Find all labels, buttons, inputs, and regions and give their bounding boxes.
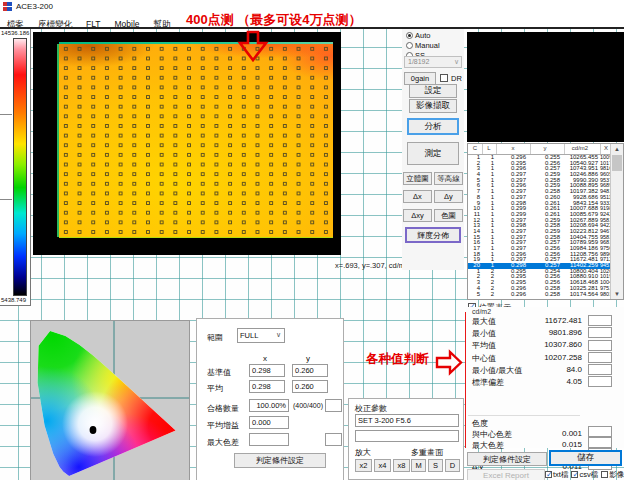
maxdiff-mini-field[interactable]: [325, 433, 342, 446]
average-gain-field[interactable]: 0.000: [249, 416, 289, 429]
measurement-point-grid: [59, 44, 333, 237]
window-title: ACE3-200: [16, 2, 53, 11]
delta-x-button[interactable]: Δx: [403, 190, 432, 203]
table-row[interactable]: 520.2960.25810174.5649801: [468, 292, 611, 298]
radio-circle[interactable]: [406, 42, 413, 49]
checkbox-label: 影像檔: [609, 470, 624, 479]
header-divider: [564, 144, 565, 154]
stat-field[interactable]: [588, 352, 612, 363]
delta-y-button[interactable]: Δy: [434, 190, 463, 203]
radio-label: Auto: [415, 31, 430, 40]
stat-field[interactable]: [588, 376, 612, 387]
table-cell: 0.258: [530, 292, 560, 298]
stat-field[interactable]: [588, 364, 612, 375]
zoom-button-x8[interactable]: x8: [393, 459, 410, 472]
range-label: 範圍: [207, 332, 223, 343]
checkbox-box[interactable]: [571, 471, 578, 478]
stat-field[interactable]: [588, 426, 612, 437]
header-divider: [482, 144, 483, 154]
stat-value: 84.0: [472, 365, 582, 374]
judgment-condition-button-mid[interactable]: 判定條件設定: [234, 453, 326, 468]
dr-checkbox[interactable]: DR: [440, 74, 462, 83]
zoom-label: 放大: [355, 447, 371, 458]
table-scrollbar[interactable]: ▲ ▼: [610, 144, 623, 299]
checkbox-label: csv檔: [579, 470, 598, 479]
stat-field[interactable]: [588, 315, 612, 326]
chroma-section-header: 色度: [472, 418, 488, 429]
dr-checkbox-box[interactable]: [440, 74, 448, 82]
checkbox-box[interactable]: [545, 471, 552, 478]
average-gain-label: 平均增益: [207, 420, 239, 431]
colorbar-tick: [0, 114, 12, 115]
scroll-down-icon[interactable]: ▼: [611, 289, 623, 299]
table-cell: 2: [482, 292, 494, 298]
header-divider: [600, 144, 601, 154]
table-header-y: y: [533, 145, 557, 151]
settings-button[interactable]: 設定: [409, 84, 457, 98]
scroll-up-icon[interactable]: ▲: [611, 144, 623, 154]
save-button[interactable]: 儲存: [549, 450, 622, 466]
table-cell: 10174.564: [562, 292, 598, 298]
camera-preview: [467, 32, 624, 142]
reference-x-field[interactable]: 0.298: [249, 364, 285, 377]
contour-button[interactable]: 等高線: [434, 172, 463, 185]
calibration-param-field-2[interactable]: [355, 430, 459, 442]
radio-manual[interactable]: Manual: [406, 41, 440, 50]
stereo-map-button[interactable]: 立體圖: [403, 172, 432, 185]
radio-label: Manual: [415, 41, 440, 50]
table-header-L: L: [477, 145, 501, 151]
average-x-field[interactable]: 0.298: [249, 380, 285, 393]
scrollbar-thumb[interactable]: [612, 155, 622, 171]
calibration-panel: 校正參數 SET 3-200 F5.6 放大 多重畫面 x2x4x8 MSD: [348, 398, 464, 480]
max-color-diff-field[interactable]: [249, 433, 289, 446]
delta-xy-button[interactable]: Δxy: [403, 209, 432, 222]
statistics-panel: cd/m2 最大值11672.481最小值9801.896平均值10307.86…: [466, 307, 624, 448]
checkbox-box[interactable]: [601, 471, 608, 478]
table-body[interactable]: 110.2960.25510265.45510098210.2950.25610…: [468, 155, 611, 298]
average-label: 平均: [207, 383, 223, 394]
colorbar-panel: 14536.186 5438.749: [0, 29, 31, 306]
stat-value: 10307.860: [472, 340, 582, 349]
annotation-down-arrow: [236, 30, 270, 64]
heatmap-canvas[interactable]: [59, 44, 333, 237]
multi-button-M[interactable]: M: [411, 459, 426, 472]
pass-count-label: 合格數量: [207, 403, 239, 414]
exposure-value: 1/8192: [408, 58, 429, 65]
image-capture-button[interactable]: 影像擷取: [409, 99, 457, 113]
stat-value: 11672.481: [472, 316, 582, 325]
table-cell: 0.296: [496, 292, 526, 298]
annotation-right-arrow: [434, 349, 464, 376]
stat-field[interactable]: [588, 327, 612, 338]
heatmap-panel[interactable]: [33, 32, 341, 255]
measure-button[interactable]: 測定: [407, 142, 459, 165]
cie-diagram-panel: [30, 320, 190, 480]
table-header-x: x: [501, 145, 525, 151]
calibration-param-field[interactable]: SET 3-200 F5.6: [355, 414, 459, 427]
average-y-field[interactable]: 0.260: [292, 380, 328, 393]
save-check-1[interactable]: csv檔: [571, 470, 598, 479]
annotation-point-count: 400点测 （最多可设4万点测）: [186, 11, 362, 29]
judgment-condition-button[interactable]: 判定條件設定: [467, 452, 547, 466]
multi-button-D[interactable]: D: [445, 459, 460, 472]
colorbar-tick: [0, 199, 12, 200]
multi-button-S[interactable]: S: [428, 459, 443, 472]
range-select[interactable]: FULL ∨: [237, 328, 285, 343]
stat-field[interactable]: [588, 340, 612, 351]
save-check-0[interactable]: txt檔: [545, 470, 568, 479]
pass-mini-field[interactable]: [325, 399, 342, 412]
stat-field[interactable]: [588, 437, 612, 448]
color-map-button[interactable]: 色圖: [434, 209, 463, 222]
analyze-button[interactable]: 分析: [407, 118, 459, 135]
app-icon: [3, 2, 12, 11]
dr-checkbox-label: DR: [451, 74, 462, 83]
luminance-distribution-button[interactable]: 輝度分佈: [405, 227, 461, 243]
cie-chromaticity-diagram: [31, 321, 189, 480]
exposure-select[interactable]: 1/8192 ∨: [404, 56, 462, 68]
save-check-2[interactable]: 影像檔: [601, 470, 624, 479]
radio-auto[interactable]: Auto: [406, 31, 430, 40]
reference-y-field[interactable]: 0.260: [292, 364, 328, 377]
zoom-button-x4[interactable]: x4: [374, 459, 391, 472]
radio-circle[interactable]: [406, 32, 413, 39]
measurement-table: CLxycd/m2X 110.2960.25510265.45510098210…: [467, 143, 624, 300]
zoom-button-x2[interactable]: x2: [355, 459, 372, 472]
